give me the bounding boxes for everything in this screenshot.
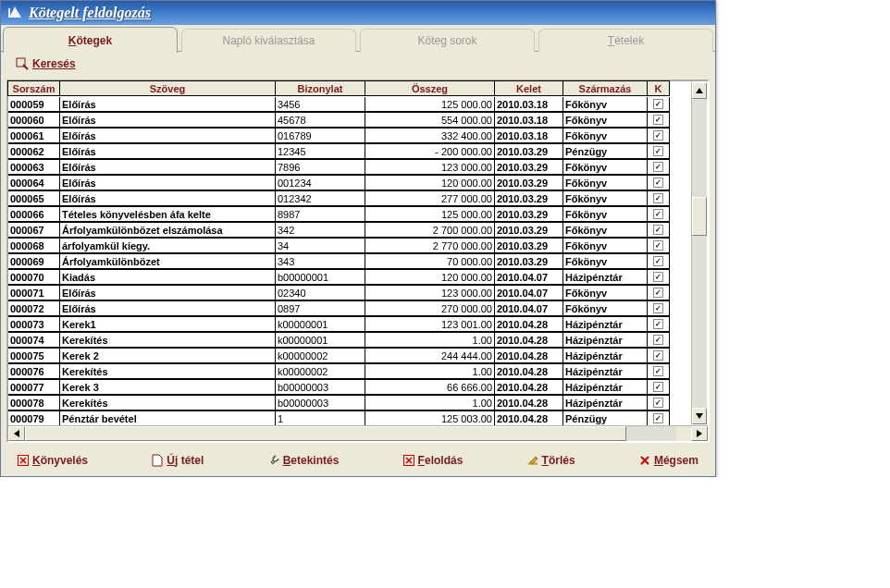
cell-k[interactable] xyxy=(647,300,670,316)
tab-tetelek[interactable]: Tételek xyxy=(538,29,713,52)
scroll-up-icon[interactable] xyxy=(692,82,707,99)
table-row[interactable]: 000063Előírás7896123 000.002010.03.29Fők… xyxy=(8,160,708,176)
cell-sor: 000069 xyxy=(8,253,60,269)
cell-ossz: 125 000.00 xyxy=(365,97,495,112)
cell-biz: k00000001 xyxy=(275,316,365,332)
check-icon xyxy=(653,382,663,392)
table-row[interactable]: 000067Árfolyamkülönbözet elszámolása3422… xyxy=(8,223,708,239)
feloldas-button[interactable]: Feloldás xyxy=(403,454,464,467)
col-sorszam[interactable]: Sorszám xyxy=(7,80,60,96)
cell-szar: Főkönyv xyxy=(562,253,648,269)
table-row[interactable]: 000065Előírás012342277 000.002010.03.29F… xyxy=(8,191,708,207)
scroll-left-icon[interactable] xyxy=(8,426,25,441)
cell-k[interactable] xyxy=(647,285,670,300)
cell-k[interactable] xyxy=(647,175,670,190)
cell-k[interactable] xyxy=(647,97,670,112)
table-row[interactable]: 000070Kiadásb00000001120 000.002010.04.0… xyxy=(8,270,708,286)
table-row[interactable]: 000064Előírás001234120 000.002010.03.29F… xyxy=(8,176,708,191)
table-row[interactable]: 000076Kerekítésk000000021.002010.04.28Há… xyxy=(8,364,708,380)
scroll-down-icon[interactable] xyxy=(692,408,707,424)
cell-ossz: 277 000.00 xyxy=(365,190,495,206)
table-row[interactable]: 000079Pénztár bevétel1125 003.002010.04.… xyxy=(8,411,708,426)
table-row[interactable]: 000071Előírás02340123 000.002010.04.07Fő… xyxy=(8,286,708,301)
cell-sor: 000071 xyxy=(8,285,60,300)
table-row[interactable]: 000061Előírás016789332 400.002010.03.18F… xyxy=(8,129,708,144)
cell-k[interactable] xyxy=(647,363,670,379)
cell-k[interactable] xyxy=(647,143,670,159)
v-scrollbar[interactable] xyxy=(691,82,707,424)
scroll-right-icon[interactable] xyxy=(691,426,708,441)
cell-szov: Árfolyamkülönbözet elszámolása xyxy=(59,222,276,238)
table-row[interactable]: 000068árfolyamkül kiegy.342 770 000.0020… xyxy=(8,239,708,254)
cell-k[interactable] xyxy=(647,269,670,285)
cell-k[interactable] xyxy=(647,190,670,206)
cell-k[interactable] xyxy=(647,316,670,332)
cell-k[interactable] xyxy=(647,332,670,348)
cell-szar: Pénzügy xyxy=(562,410,648,426)
cell-ossz: 1.00 xyxy=(365,332,495,348)
tab-bar: Kötegek Napló kiválasztása Köteg sorok T… xyxy=(1,25,715,52)
table-row[interactable]: 000066Tételes könyvelésben áfa kelte8987… xyxy=(8,207,708,223)
cell-sor: 000066 xyxy=(8,206,60,222)
cell-k[interactable] xyxy=(647,238,670,253)
cell-sor: 000067 xyxy=(8,222,60,238)
col-szoveg[interactable]: Szöveg xyxy=(59,80,276,96)
uj-tetel-button[interactable]: Új tétel xyxy=(152,454,204,467)
table-row[interactable]: 000060Előírás45678554 000.002010.03.18Fő… xyxy=(8,113,708,129)
check-icon xyxy=(653,162,663,172)
table-row[interactable]: 000062Előírás12345- 200 000.002010.03.29… xyxy=(8,144,708,160)
check-icon xyxy=(653,398,663,408)
cell-k[interactable] xyxy=(647,159,670,175)
cell-k[interactable] xyxy=(647,253,670,269)
cell-k[interactable] xyxy=(647,410,670,426)
h-scrollbar[interactable] xyxy=(8,425,708,441)
tab-koteg-sorok[interactable]: Köteg sorok xyxy=(360,29,535,52)
tab-naplo[interactable]: Napló kiválasztása xyxy=(181,29,356,52)
cell-k[interactable] xyxy=(647,395,670,410)
cell-k[interactable] xyxy=(647,379,670,395)
cell-k[interactable] xyxy=(647,128,670,143)
x-box-icon xyxy=(403,455,414,466)
table-row[interactable]: 000077Kerek 3b0000000366 666.002010.04.2… xyxy=(8,380,708,396)
table-row[interactable]: 000072Előírás0897270 000.002010.04.07Fők… xyxy=(8,301,708,317)
table-row[interactable]: 000074Kerekítésk000000011.002010.04.28Há… xyxy=(8,333,708,349)
cell-k[interactable] xyxy=(647,348,670,363)
konyveles-button[interactable]: Könyvelés xyxy=(18,454,88,467)
cell-kelt: 2010.04.07 xyxy=(494,300,563,316)
table-row[interactable]: 000073Kerek1k00000001123 001.002010.04.2… xyxy=(8,317,708,333)
search-button[interactable]: Keresés xyxy=(32,57,76,70)
col-osszeg[interactable]: Összeg xyxy=(365,80,495,96)
cell-k[interactable] xyxy=(647,112,670,128)
tab-kotegek[interactable]: Kötegek xyxy=(3,27,178,53)
torles-button[interactable]: Törlés xyxy=(527,454,575,467)
v-scroll-thumb[interactable] xyxy=(692,197,707,236)
betekintes-button[interactable]: Betekintés xyxy=(268,454,340,467)
cell-sor: 000076 xyxy=(8,363,60,379)
cell-ossz: 2 700 000.00 xyxy=(365,222,495,238)
data-grid[interactable]: Sorszám Szöveg Bizonylat Összeg Kelet Sz… xyxy=(6,80,710,443)
cell-szar: Főkönyv xyxy=(562,285,648,300)
cell-szov: árfolyamkül kiegy. xyxy=(59,238,276,253)
col-szarmazas[interactable]: Származás xyxy=(562,80,648,96)
cell-sor: 000077 xyxy=(8,379,60,395)
table-row[interactable]: 000078Kerekítésb000000031.002010.04.28Há… xyxy=(8,396,708,411)
table-row[interactable]: 000069Árfolyamkülönbözet34370 000.002010… xyxy=(8,254,708,270)
window-title: Kötegelt feldolgozás xyxy=(29,5,151,21)
cell-k[interactable] xyxy=(647,206,670,222)
cell-szov: Kerekítés xyxy=(59,332,276,348)
cell-szar: Házipénztár xyxy=(562,379,648,395)
cell-szov: Előírás xyxy=(59,159,276,175)
table-row[interactable]: 000075Kerek 2k00000002244 444.002010.04.… xyxy=(8,349,708,364)
cell-ossz: 125 003.00 xyxy=(365,410,495,426)
h-scroll-thumb[interactable] xyxy=(25,426,626,441)
check-icon xyxy=(653,240,663,251)
table-row[interactable]: 000059Előírás3456125 000.002010.03.18Fők… xyxy=(8,97,708,113)
cell-szar: Főkönyv xyxy=(562,128,648,143)
col-kelet[interactable]: Kelet xyxy=(494,80,563,96)
col-k[interactable]: K xyxy=(647,80,670,96)
cell-szov: Kerekítés xyxy=(59,363,276,379)
cell-szar: Főkönyv xyxy=(562,175,648,190)
cell-k[interactable] xyxy=(647,222,670,238)
megsem-button[interactable]: Mégsem xyxy=(639,454,698,467)
col-bizonylat[interactable]: Bizonylat xyxy=(275,80,365,96)
